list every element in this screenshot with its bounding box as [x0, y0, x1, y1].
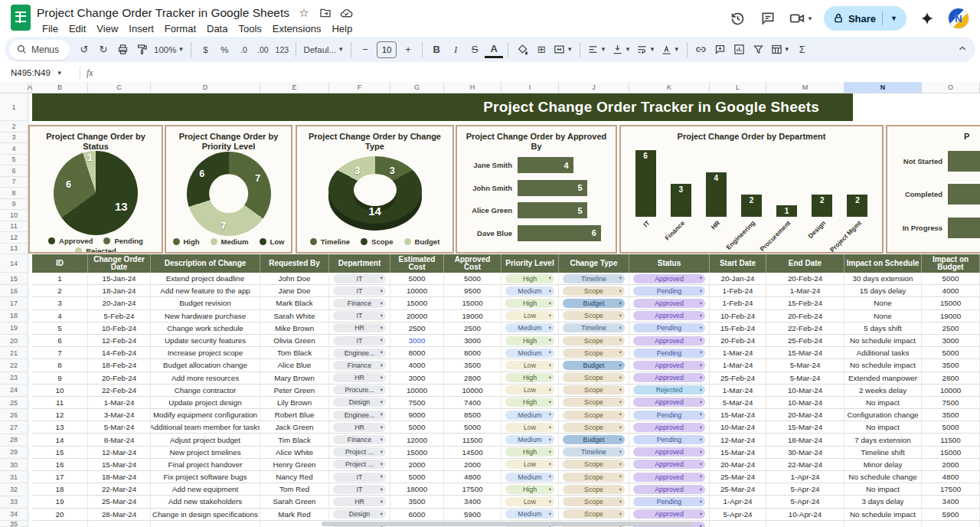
column-header-G[interactable]: G — [390, 82, 444, 93]
cell-impact-on-budget[interactable]: 10000 — [922, 385, 980, 397]
dropdown-chip[interactable]: Design▾ — [333, 398, 386, 407]
cell-change-type[interactable]: Scope▾ — [559, 372, 629, 385]
row-header-11[interactable]: 11 — [0, 221, 28, 233]
cell-approved-cost[interactable]: 2800 — [444, 372, 501, 385]
cell-priority-level[interactable]: High▾ — [501, 483, 559, 496]
cell-department[interactable]: Enginee...▾ — [329, 409, 390, 421]
dropdown-chip[interactable]: Finance▾ — [333, 299, 386, 308]
cell-estimated-cost[interactable]: 5000 — [390, 273, 444, 285]
dropdown-chip[interactable]: Scope▾ — [563, 336, 625, 345]
cell-description-of-change[interactable]: New project timelines — [151, 447, 260, 459]
cell-start-date[interactable]: 25-Mar-24 — [710, 471, 766, 483]
sheet-title-banner[interactable]: Project Change Order Tracker in Google S… — [32, 93, 853, 121]
cell-impact-on-budget[interactable]: 5000 — [922, 347, 980, 359]
cell-impact-on-schedule[interactable]: 5 days shift — [844, 322, 922, 335]
paint-format-button[interactable] — [132, 40, 151, 60]
cell-id[interactable]: 17 — [32, 471, 88, 483]
cell-department[interactable]: Project ...▾ — [329, 447, 390, 459]
cell-end-date[interactable]: 10-Apr-24 — [766, 509, 844, 521]
dropdown-chip[interactable]: Scope▾ — [563, 373, 625, 382]
menu-help[interactable]: Help — [326, 22, 358, 35]
cell-impact-on-budget[interactable]: 7500 — [922, 397, 980, 409]
row-header-6[interactable]: 6 — [0, 165, 28, 177]
dropdown-chip[interactable]: Scope▾ — [563, 497, 625, 506]
cell-description-of-change[interactable]: Adjust project budget — [151, 434, 260, 446]
cell-impact-on-budget[interactable]: 17500 — [922, 483, 980, 496]
text-wrap-button[interactable]: ▼ — [634, 40, 658, 60]
column-header-E[interactable]: E — [260, 82, 329, 93]
cell-impact-on-schedule[interactable]: No schedule impact — [844, 359, 922, 372]
cell-status[interactable]: Pending▾ — [629, 347, 710, 359]
vertical-align-button[interactable]: ▼ — [609, 40, 633, 60]
cell-status[interactable]: Rejected▾ — [629, 385, 710, 397]
dropdown-chip[interactable]: High▾ — [505, 274, 554, 283]
format-percent-button[interactable]: % — [215, 40, 234, 60]
cell-estimated-cost[interactable]: 2500 — [390, 322, 444, 335]
cell-requested-by[interactable]: Mark Red — [260, 509, 329, 521]
insert-chart-button[interactable] — [730, 40, 749, 60]
cell-impact-on-budget[interactable]: 5000 — [922, 421, 980, 434]
cell-priority-level[interactable]: High▾ — [501, 397, 559, 409]
cell-approved-cost[interactable]: 3400 — [444, 496, 501, 508]
chart-project-change-order-by-status[interactable]: Project Change Order by Status1361Approv… — [28, 125, 163, 254]
cell-impact-on-schedule[interactable]: No impact — [844, 397, 922, 409]
cell-status[interactable]: Approved▾ — [629, 447, 710, 459]
row-header-3[interactable]: 3 — [0, 133, 28, 144]
dropdown-chip[interactable]: HR▾ — [333, 497, 386, 506]
cell-impact-on-budget[interactable]: 19000 — [922, 310, 980, 322]
cell-priority-level[interactable]: Low▾ — [501, 359, 559, 372]
cell-requested-by[interactable]: Robert Blue — [260, 409, 329, 421]
cell-end-date[interactable]: 20-Mar-24 — [766, 409, 844, 421]
cell-department[interactable]: IT▾ — [329, 310, 390, 322]
cell-estimated-cost[interactable]: 5000 — [390, 421, 444, 434]
meet-camera-button[interactable]: ▼ — [789, 10, 813, 27]
dropdown-chip[interactable]: Medium▾ — [505, 435, 554, 444]
cell-status[interactable]: Approved▾ — [629, 421, 710, 434]
dropdown-chip[interactable]: High▾ — [505, 485, 554, 494]
cell-change-type[interactable]: Scope▾ — [559, 385, 629, 397]
dropdown-chip[interactable]: Scope▾ — [563, 485, 625, 494]
dropdown-chip[interactable]: Approved▾ — [633, 460, 705, 469]
dropdown-chip[interactable]: Pending▾ — [633, 323, 705, 332]
cell-status[interactable]: Approved▾ — [629, 459, 710, 471]
undo-button[interactable]: ↺ — [75, 40, 93, 60]
column-header-I[interactable]: I — [501, 82, 559, 93]
dropdown-chip[interactable]: Low▾ — [505, 423, 554, 432]
cell-approved-cost[interactable]: 2500 — [444, 322, 501, 335]
cell-impact-on-schedule[interactable]: No impact — [844, 483, 922, 496]
menu-file[interactable]: File — [37, 22, 64, 35]
cell-estimated-cost[interactable]: 20000 — [390, 310, 444, 322]
cell-estimated-cost[interactable]: 15000 — [390, 297, 444, 309]
cell-status[interactable]: Approved▾ — [629, 359, 710, 372]
column-header-K[interactable]: K — [629, 82, 710, 93]
row-header-24[interactable]: 24 — [0, 385, 28, 397]
cell-start-date[interactable]: 10-Mar-24 — [710, 421, 766, 434]
cell-end-date[interactable]: 22-Mar-24 — [766, 459, 844, 471]
dropdown-chip[interactable]: IT▾ — [333, 274, 386, 283]
cell-change-type[interactable]: Scope▾ — [559, 310, 629, 322]
cell-id[interactable]: 14 — [32, 434, 88, 446]
cell-priority-level[interactable]: High▾ — [501, 335, 559, 347]
font-size-input[interactable]: 10 — [377, 41, 397, 58]
row-header-28[interactable]: 28 — [0, 434, 28, 447]
select-all-corner[interactable] — [0, 82, 28, 93]
cell-requested-by[interactable]: Jack Green — [260, 421, 329, 434]
cell-empty[interactable] — [260, 521, 329, 527]
cell-department[interactable]: Finance▾ — [329, 297, 390, 309]
cell-estimated-cost[interactable]: 12000 — [390, 434, 444, 446]
cell-change-order-date[interactable]: 18-Mar-24 — [88, 471, 151, 483]
column-header-J[interactable]: J — [559, 82, 629, 93]
cell-end-date[interactable]: 22-Feb-24 — [766, 322, 844, 335]
dropdown-chip[interactable]: Timeline▾ — [563, 447, 625, 457]
cell-department[interactable]: HR▾ — [329, 421, 390, 434]
cell-department[interactable]: Enginee...▾ — [329, 347, 390, 359]
strikethrough-button[interactable]: S — [466, 40, 484, 60]
cell-impact-on-schedule[interactable]: No schedule impact — [844, 509, 922, 521]
share-dropdown-icon[interactable]: ▼ — [883, 15, 905, 22]
dropdown-chip[interactable]: Medium▾ — [505, 509, 554, 519]
cell-change-order-date[interactable]: 18-Feb-24 — [88, 359, 151, 372]
cell-priority-level[interactable]: Medium▾ — [501, 471, 559, 483]
cell-start-date[interactable]: 25-Mar-24 — [710, 483, 766, 496]
cell-status[interactable]: Approved▾ — [629, 483, 710, 496]
cell-change-order-date[interactable]: 10-Feb-24 — [88, 322, 151, 335]
